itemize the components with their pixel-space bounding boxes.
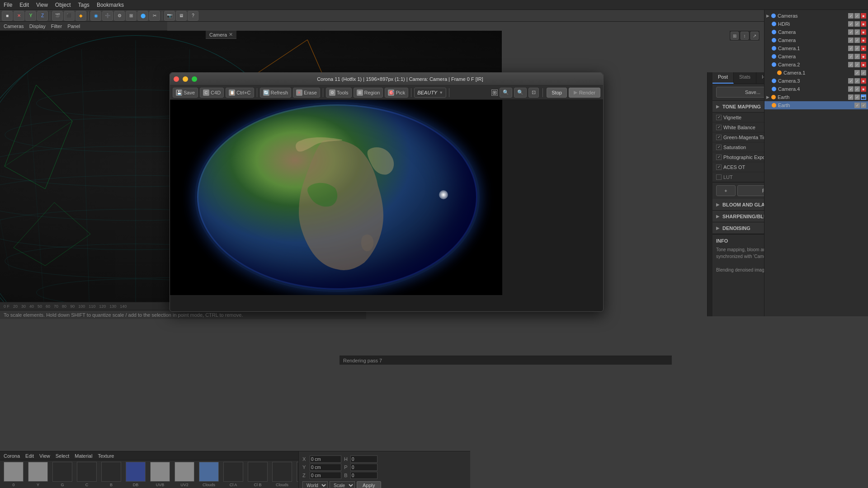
obj-lock-cam3[interactable]: ✓ xyxy=(854,46,860,51)
material-item-8[interactable]: Clouds xyxy=(197,462,221,487)
mat-menu-material[interactable]: Material xyxy=(75,453,92,459)
param-aces-check[interactable]: ✓ xyxy=(716,164,722,170)
obj-cameras-group[interactable]: ▶ Cameras ✓ ✓ ■ xyxy=(764,12,868,20)
render-tools-btn[interactable]: ⚙ Tools xyxy=(326,88,352,98)
toolbar-settings[interactable]: ⚙ xyxy=(114,11,125,21)
material-item-0[interactable]: 0 xyxy=(2,462,25,487)
material-item-1[interactable]: Y xyxy=(26,462,50,487)
timeline-t140[interactable]: 140 xyxy=(120,304,127,309)
obj-camera-3[interactable]: Camera.1 ✓ ✓ ■ xyxy=(764,44,868,52)
obj-lock-cam1sub[interactable]: ✓ xyxy=(861,70,866,75)
obj-lock-cam1[interactable]: ✓ xyxy=(854,29,860,35)
material-item-5[interactable]: DB xyxy=(124,462,147,487)
toolbar-camera[interactable]: 📷 xyxy=(164,11,175,21)
render-view-toggle[interactable]: ⊞ xyxy=(491,89,498,96)
render-refresh-btn[interactable]: 🔄 Refresh xyxy=(260,88,292,98)
obj-vis-cam1sub[interactable]: ✓ xyxy=(854,70,860,75)
coord-world-dropdown[interactable]: World Local xyxy=(302,481,328,488)
obj-vis-cam5[interactable]: ✓ xyxy=(848,62,854,67)
material-item-3[interactable]: C xyxy=(75,462,99,487)
material-item-11[interactable]: Clouds xyxy=(270,462,294,487)
timeline-t50[interactable]: 50 xyxy=(38,304,42,309)
timeline-t30[interactable]: 30 xyxy=(21,304,26,309)
coord-y-input[interactable] xyxy=(310,464,341,471)
vp-ctrl-arrows[interactable]: ↕ xyxy=(741,32,749,40)
render-save-btn[interactable]: 💾 Save xyxy=(173,88,198,98)
obj-render-cam1[interactable]: ■ xyxy=(861,29,866,35)
tab-stats[interactable]: Stats xyxy=(734,72,756,84)
obj-render-cam7[interactable]: ■ xyxy=(861,86,866,92)
render-render-btn[interactable]: ▶ Render xyxy=(569,88,600,98)
obj-camera-4[interactable]: Camera ✓ ✓ ■ xyxy=(764,52,868,61)
obj-render-cam4[interactable]: ■ xyxy=(861,54,866,59)
obj-vis-earth-group[interactable]: ✓ xyxy=(848,94,854,100)
vp-ctrl-grid[interactable]: ⊞ xyxy=(731,32,739,40)
render-zoom-in[interactable]: 🔍 xyxy=(500,88,512,98)
material-item-7[interactable]: UV2 xyxy=(173,462,196,487)
toolbar-mode-4[interactable]: Z xyxy=(37,11,48,21)
toolbar-circle[interactable]: ⬤ xyxy=(137,11,148,21)
timeline-t90[interactable]: 90 xyxy=(70,304,75,309)
render-stop-btn[interactable]: Stop xyxy=(547,88,567,98)
toolbar-mode-3[interactable]: Y xyxy=(25,11,36,21)
obj-earth-group[interactable]: ▶ Earth ✓ ✓ 📷 xyxy=(764,93,868,101)
timeline-t80[interactable]: 80 xyxy=(62,304,66,309)
obj-camera-1sub[interactable]: Camera.1 ✓ ✓ xyxy=(764,69,868,77)
timeline-t130[interactable]: 130 xyxy=(109,304,116,309)
toolbar-obj1[interactable]: ⬛ xyxy=(64,11,75,21)
post-panel-scrollbar[interactable] xyxy=(707,72,712,316)
coord-p-input[interactable] xyxy=(350,464,377,471)
beauty-dropdown[interactable]: BEAUTY ▼ xyxy=(414,88,446,98)
param-whitebalance-check[interactable]: ✓ xyxy=(716,125,722,130)
render-erase-btn[interactable]: ✕ Erase xyxy=(293,88,320,98)
coord-h-input[interactable] xyxy=(350,455,377,463)
obj-camera-6[interactable]: Camera.3 ✓ ✓ ■ xyxy=(764,77,868,85)
tab-post[interactable]: Post xyxy=(712,72,734,84)
toolbar-mode-1[interactable]: ■ xyxy=(2,11,13,21)
toolbar-cut[interactable]: ✂ xyxy=(149,11,160,21)
toolbar-render[interactable]: 🎬 xyxy=(52,11,63,21)
obj-lock-cameras[interactable]: ✓ xyxy=(854,13,860,19)
submenu-cameras[interactable]: Cameras xyxy=(4,23,24,29)
menu-bookmarks[interactable]: Bookmarks xyxy=(97,2,124,8)
camera-close-icon[interactable]: ✕ xyxy=(229,32,233,38)
obj-lock-hdri[interactable]: ✓ xyxy=(854,21,860,27)
render-region-btn[interactable]: ⊞ Region xyxy=(354,88,383,98)
obj-vis-cam4[interactable]: ✓ xyxy=(848,54,854,59)
coord-x-input[interactable] xyxy=(310,455,341,463)
coord-scale-dropdown[interactable]: Scale xyxy=(330,481,355,488)
obj-lock-cam4[interactable]: ✓ xyxy=(854,54,860,59)
toolbar-add[interactable]: ➕ xyxy=(102,11,113,21)
close-button[interactable] xyxy=(174,76,179,82)
mat-menu-edit[interactable]: Edit xyxy=(25,453,34,459)
obj-lock-cam6[interactable]: ✓ xyxy=(854,78,860,84)
obj-render-cam6[interactable]: ■ xyxy=(861,78,866,84)
obj-vis-cam1[interactable]: ✓ xyxy=(848,29,854,35)
render-ctrlc-btn[interactable]: 📋 Ctrl+C xyxy=(226,88,254,98)
obj-lock-earth-group[interactable]: ✓ xyxy=(854,94,860,100)
timeline-t120[interactable]: 120 xyxy=(99,304,106,309)
obj-camera-1[interactable]: Camera ✓ ✓ ■ xyxy=(764,28,868,36)
obj-vis-earth-item[interactable]: ✓ xyxy=(854,103,860,108)
maximize-button[interactable] xyxy=(192,76,197,82)
timeline-t40[interactable]: 40 xyxy=(29,304,34,309)
obj-earth-item[interactable]: Earth ✓ ✓ xyxy=(764,101,868,109)
param-saturation-check[interactable]: ✓ xyxy=(716,145,722,150)
obj-render-hdri[interactable]: ■ xyxy=(861,21,866,27)
render-c4d-btn[interactable]: C C4D xyxy=(200,88,224,98)
material-item-12[interactable]: Volume xyxy=(295,462,298,487)
minimize-button[interactable] xyxy=(183,76,188,82)
toolbar-help[interactable]: ? xyxy=(188,11,198,21)
submenu-panel[interactable]: Panel xyxy=(67,23,80,29)
obj-cam-earth-group[interactable]: 📷 xyxy=(861,94,866,100)
obj-vis-cam2[interactable]: ✓ xyxy=(848,38,854,43)
render-pick-btn[interactable]: 🎯 Pick xyxy=(385,88,408,98)
mat-menu-texture[interactable]: Texture xyxy=(98,453,114,459)
toolbar-grid[interactable]: ⊞ xyxy=(126,11,137,21)
mat-menu-corona[interactable]: Corona xyxy=(4,453,20,459)
vp-ctrl-expand[interactable]: ↗ xyxy=(750,32,759,40)
obj-lock-earth-item[interactable]: ✓ xyxy=(861,103,866,108)
param-exposure-check[interactable]: ✓ xyxy=(716,155,722,160)
toolbar-display[interactable]: 🖥 xyxy=(176,11,187,21)
render-fit[interactable]: ⊡ xyxy=(528,88,539,98)
